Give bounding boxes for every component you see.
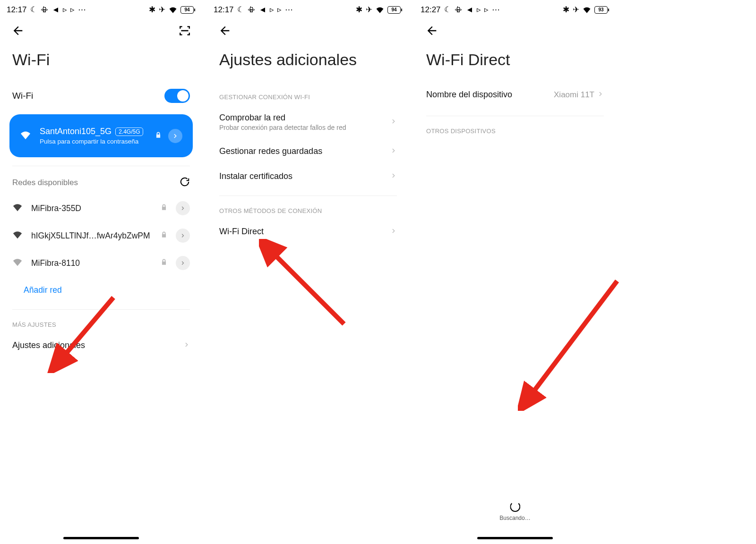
searching-label: Buscando…: [499, 515, 530, 521]
play-icon: ▹: [63, 5, 67, 15]
more-settings-header: MÁS AJUSTES: [0, 310, 202, 333]
network-ssid: MiFibra-8110: [31, 258, 152, 268]
status-bar: 12:17 ☾ 📳︎ ◄ ▹ ▹ ⋯ ✱ ✈︎ 94: [207, 0, 409, 17]
telegram-icon: ◄: [466, 5, 474, 15]
lock-icon: [161, 231, 167, 240]
network-ssid: MiFibra-355D: [31, 204, 152, 213]
wifi-status-icon: [583, 7, 591, 13]
back-button[interactable]: [218, 24, 232, 39]
status-bar: 12:27 ☾ 📳︎ ◄ ▹ ▹ ⋯ ✱ ✈︎ 93: [414, 0, 616, 17]
wifi-direct-row[interactable]: Wi-Fi Direct: [207, 219, 409, 244]
row-label: Instalar certificados: [219, 171, 292, 181]
network-detail-button[interactable]: [176, 256, 190, 270]
play-icon: ▹: [484, 5, 489, 15]
screen-wifi: 12:17 ☾ 📳︎ ◄ ▹ ▹ ⋯ ✱ ✈︎ 94 Wi-Fi Wi-: [0, 0, 202, 544]
device-name-value: Xiaomi 11T: [554, 90, 594, 100]
status-time: 12:17: [214, 5, 234, 15]
install-certs-row[interactable]: Instalar certificados: [207, 164, 409, 189]
wifi-toggle[interactable]: [164, 89, 190, 103]
wifi-toggle-row[interactable]: Wi-Fi: [0, 82, 202, 110]
qr-scan-button[interactable]: [179, 25, 191, 39]
page-title: Wi-Fi: [0, 43, 202, 82]
row-label: Gestionar redes guardadas: [219, 146, 322, 156]
lock-icon: [161, 258, 167, 268]
additional-settings-label: Ajustes adicionales: [12, 340, 85, 350]
network-ssid: hIGkjX5LLTlNJf…fwAr4ybZwPM: [31, 231, 152, 241]
moon-icon: ☾: [30, 5, 37, 15]
wifi-icon: [12, 203, 23, 213]
back-button[interactable]: [11, 24, 25, 39]
moon-icon: ☾: [237, 5, 244, 15]
play-icon: ▹: [270, 5, 274, 15]
searching-indicator: Buscando…: [499, 502, 530, 521]
bluetooth-icon: ✱: [563, 5, 569, 15]
nav-handle[interactable]: [477, 537, 553, 539]
telegram-icon: ◄: [259, 5, 267, 15]
nav-handle[interactable]: [63, 537, 139, 539]
row-sub: Probar conexión para detectar fallos de …: [219, 124, 346, 131]
manage-saved-row[interactable]: Gestionar redes guardadas: [207, 139, 409, 164]
wifi-toggle-label: Wi-Fi: [12, 91, 33, 101]
vibrate-icon: 📳︎: [455, 5, 463, 15]
lock-icon: [161, 204, 167, 213]
bluetooth-icon: ✱: [356, 5, 362, 15]
network-item[interactable]: hIGkjX5LLTlNJf…fwAr4ybZwPM: [0, 222, 202, 249]
battery-icon: 93: [594, 6, 608, 14]
status-time: 12:17: [7, 5, 27, 15]
wifi-icon: [12, 230, 23, 241]
screen-additional: 12:17 ☾ 📳︎ ◄ ▹ ▹ ⋯ ✱ ✈︎ 94 Ajustes adici…: [207, 0, 409, 544]
connected-hint: Pulsa para compartir la contraseña: [40, 138, 155, 145]
chevron-right-icon: [390, 147, 397, 156]
wifi-icon: [20, 130, 31, 142]
screen-wifi-direct: 12:27 ☾ 📳︎ ◄ ▹ ▹ ⋯ ✱ ✈︎ 93 Wi-Fi Direct …: [414, 0, 616, 544]
network-item[interactable]: MiFibra-8110: [0, 249, 202, 277]
more-icon: ⋯: [492, 5, 500, 15]
back-button[interactable]: [425, 24, 438, 39]
network-detail-button[interactable]: [176, 229, 190, 243]
chevron-right-icon: [597, 91, 604, 99]
svg-line-2: [530, 281, 617, 397]
svg-line-1: [271, 251, 344, 324]
check-network-row[interactable]: Comprobar la red Probar conexión para de…: [207, 105, 409, 139]
more-icon: ⋯: [285, 5, 293, 15]
wifi-icon: [12, 258, 23, 268]
chevron-right-icon: [390, 172, 397, 181]
status-time: 12:27: [421, 5, 441, 15]
airplane-icon: ✈︎: [366, 5, 372, 15]
connected-ssid: SantAntoni105_5G: [40, 127, 112, 136]
network-detail-button[interactable]: [176, 201, 190, 215]
vibrate-icon: 📳︎: [248, 5, 256, 15]
battery-icon: 94: [180, 6, 194, 14]
more-icon: ⋯: [78, 5, 86, 15]
additional-settings-row[interactable]: Ajustes adicionales: [0, 333, 202, 358]
play-icon: ▹: [477, 5, 481, 15]
moon-icon: ☾: [444, 5, 451, 15]
airplane-icon: ✈︎: [159, 5, 165, 15]
band-chip: 2.4G/5G: [115, 128, 143, 136]
network-detail-button[interactable]: [168, 129, 182, 143]
spinner-icon: [510, 502, 520, 512]
battery-icon: 94: [387, 6, 401, 14]
bluetooth-icon: ✱: [149, 5, 155, 15]
section-header: GESTIONAR CONEXIÓN WI-FI: [207, 82, 409, 105]
play-icon: ▹: [277, 5, 282, 15]
annotation-arrow: [259, 239, 353, 333]
page-title: Ajustes adicionales: [207, 43, 409, 82]
refresh-button[interactable]: [180, 177, 190, 189]
row-label: Wi-Fi Direct: [219, 227, 264, 237]
lock-icon: [155, 131, 162, 141]
connected-network-card[interactable]: SantAntoni105_5G 2.4G/5G Pulsa para comp…: [9, 114, 193, 157]
wifi-status-icon: [169, 7, 177, 13]
airplane-icon: ✈︎: [573, 5, 579, 15]
wifi-status-icon: [376, 7, 384, 13]
play-icon: ▹: [70, 5, 75, 15]
annotation-arrow: [518, 279, 622, 411]
device-name-row[interactable]: Nombre del dispositivo Xiaomi 11T: [414, 82, 616, 107]
chevron-right-icon: [390, 118, 397, 127]
available-header: Redes disponibles: [12, 178, 78, 187]
chevron-right-icon: [390, 228, 397, 236]
add-network-link[interactable]: Añadir red: [0, 277, 202, 304]
network-item[interactable]: MiFibra-355D: [0, 195, 202, 222]
vibrate-icon: 📳︎: [41, 5, 49, 15]
chevron-right-icon: [183, 341, 190, 350]
